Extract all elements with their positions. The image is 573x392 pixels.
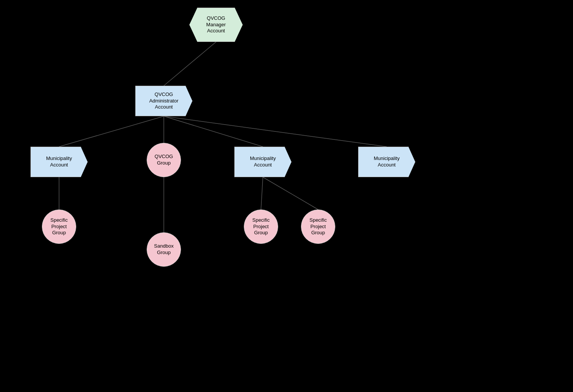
municipality_1: Municipality Account [30, 147, 88, 177]
qvcog_group-label: QVCOG Group [155, 154, 173, 166]
municipality_1-label: Municipality Account [46, 155, 72, 168]
svg-line-1 [59, 116, 164, 147]
municipality_2-label: Municipality Account [250, 155, 276, 168]
svg-line-8 [263, 177, 318, 210]
svg-line-4 [164, 116, 387, 147]
svg-line-3 [164, 116, 263, 147]
qvcog_group: QVCOG Group [147, 143, 181, 177]
qvcog_admin: QVCOG Administrator Account [135, 86, 192, 116]
connections-svg [0, 0, 573, 392]
qvcog_admin-label: QVCOG Administrator Account [149, 91, 179, 111]
municipality_3-label: Municipality Account [374, 155, 400, 168]
qvcog_manager: QVCOG Manager Account [189, 8, 243, 42]
diagram-container: QVCOG Manager AccountQVCOG Administrator… [0, 0, 573, 392]
specific_project_3-label: Specific Project Group [309, 217, 327, 237]
specific_project_2-label: Specific Project Group [252, 217, 270, 237]
sandbox_group: Sandbox Group [147, 232, 181, 267]
svg-line-7 [261, 177, 263, 210]
qvcog_manager-label: QVCOG Manager Account [206, 15, 226, 35]
specific_project_1: Specific Project Group [42, 210, 76, 244]
specific_project_3: Specific Project Group [301, 210, 335, 244]
specific_project_1-label: Specific Project Group [50, 217, 68, 237]
specific_project_2: Specific Project Group [244, 210, 278, 244]
sandbox_group-label: Sandbox Group [154, 243, 173, 256]
svg-line-0 [164, 42, 216, 86]
municipality_3: Municipality Account [358, 147, 415, 177]
municipality_2: Municipality Account [234, 147, 291, 177]
